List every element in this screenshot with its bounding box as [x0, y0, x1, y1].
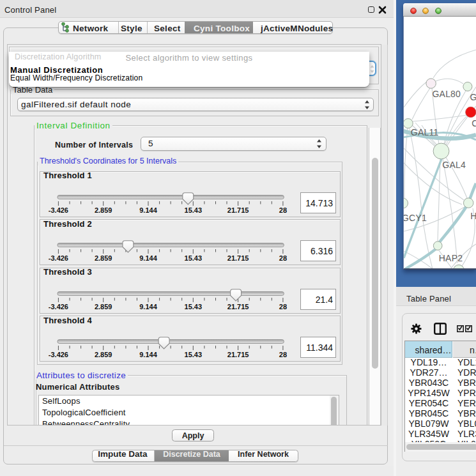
svg-text:9.144: 9.144 — [139, 206, 157, 213]
svg-text:GCY1: GCY1 — [404, 213, 427, 223]
svg-text:15.43: 15.43 — [185, 206, 203, 213]
svg-text:GAL4: GAL4 — [442, 160, 466, 170]
svg-text:-3.426: -3.426 — [49, 351, 68, 358]
svg-text:9.144: 9.144 — [139, 351, 157, 358]
svg-text:-3.426: -3.426 — [49, 206, 68, 213]
svg-text:2.859: 2.859 — [95, 351, 112, 358]
svg-text:-3.426: -3.426 — [49, 254, 68, 262]
svg-text:9.144: 9.144 — [139, 254, 157, 262]
svg-text:2.859: 2.859 — [95, 254, 112, 262]
svg-text:28: 28 — [279, 302, 287, 310]
svg-text:-3.426: -3.426 — [49, 302, 68, 310]
svg-text:CY: CY — [472, 118, 476, 128]
svg-text:28: 28 — [279, 254, 287, 262]
svg-text:21.715: 21.715 — [227, 302, 249, 310]
svg-text:28: 28 — [279, 206, 287, 213]
svg-text:2.859: 2.859 — [95, 302, 112, 310]
svg-text:21.715: 21.715 — [227, 351, 249, 358]
svg-text:GAL11: GAL11 — [411, 127, 439, 137]
svg-text:21.715: 21.715 — [227, 206, 249, 213]
svg-text:HAP2: HAP2 — [439, 253, 463, 263]
svg-text:2.859: 2.859 — [95, 206, 112, 213]
svg-text:21.715: 21.715 — [227, 254, 249, 262]
svg-text:9.144: 9.144 — [139, 302, 157, 310]
svg-text:28: 28 — [279, 351, 287, 358]
svg-text:GAL80: GAL80 — [433, 89, 461, 99]
svg-text:GAL1: GAL1 — [470, 92, 476, 102]
svg-text:15.43: 15.43 — [185, 302, 203, 310]
svg-text:H: H — [470, 211, 476, 221]
svg-text:15.43: 15.43 — [185, 254, 203, 262]
svg-text:15.43: 15.43 — [185, 351, 203, 358]
